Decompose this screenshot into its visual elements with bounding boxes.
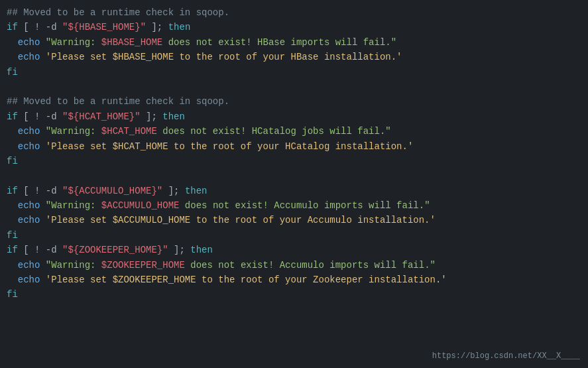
code-line: echo "Warning: $HBASE_HOME does not exis… (7, 35, 581, 50)
code-block: ## Moved to be a runtime check in sqoop.… (0, 0, 588, 368)
code-line: ## Moved to be a runtime check in sqoop. (7, 94, 581, 109)
code-line (7, 168, 581, 183)
code-line: if [ ! -d "${HCAT_HOME}" ]; then (7, 109, 581, 124)
code-line: echo 'Please set $ZOOKEEPER_HOME to the … (7, 273, 581, 287)
watermark: https://blog.csdn.net/XX__X____ (432, 350, 580, 363)
code-line (7, 80, 581, 94)
code-line: if [ ! -d "${ACCUMULO_HOME}" ]; then (7, 184, 581, 198)
code-line: echo 'Please set $ACCUMULO_HOME to the r… (7, 213, 581, 227)
code-line: echo 'Please set $HBASE_HOME to the root… (7, 50, 581, 64)
code-line: echo "Warning: $ACCUMULO_HOME does not e… (7, 198, 581, 213)
code-line: if [ ! -d "${HBASE_HOME}" ]; then (7, 20, 581, 34)
code-line: fi (7, 287, 581, 302)
code-line: if [ ! -d "${ZOOKEEPER_HOME}" ]; then (7, 243, 581, 257)
code-line: fi (7, 154, 581, 168)
code-line: fi (7, 65, 581, 80)
code-line: echo 'Please set $HCAT_HOME to the root … (7, 139, 581, 154)
code-line: echo "Warning: $ZOOKEEPER_HOME does not … (7, 258, 581, 273)
code-line: ## Moved to be a runtime check in sqoop. (7, 5, 581, 20)
code-line: fi (7, 228, 581, 243)
code-line: echo "Warning: $HCAT_HOME does not exist… (7, 124, 581, 139)
